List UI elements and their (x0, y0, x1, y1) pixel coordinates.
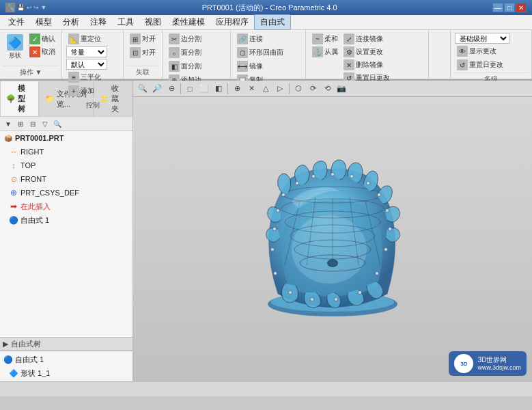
tree-csys[interactable]: ⊕ PRT_CSYS_DEF (0, 186, 132, 200)
surface-btn[interactable]: ⬡ 环形回曲面 (235, 46, 285, 59)
dui-kai2-btn[interactable]: ⊡ 对开 (128, 46, 158, 59)
tree-front[interactable]: ⊙ FRONT (0, 172, 132, 186)
default-select[interactable]: 默认 (66, 59, 107, 70)
front-label: FRONT (20, 175, 46, 183)
svg-point-27 (359, 291, 362, 295)
add-btn[interactable]: + 添加 (66, 85, 96, 97)
constant-select[interactable]: 常量 线性 (66, 46, 107, 57)
tree-settings-btn[interactable]: ▼ (3, 118, 14, 129)
set-change-btn[interactable]: ⚙ 设置更改 (341, 46, 392, 58)
soft-btn[interactable]: ~ 柔和 (310, 33, 340, 45)
tab-model-tree[interactable]: 🌳 模型树 (0, 81, 39, 116)
delete-mirror-btn[interactable]: ✕ 删除镜像 (341, 59, 392, 71)
cancel-btn[interactable]: ✕ 取消 (27, 46, 57, 58)
menu-tools[interactable]: 工具 (112, 15, 139, 29)
minimize-btn[interactable]: — (492, 3, 503, 12)
watermark: 3D 3D世界网 www.3dsjw.com (449, 351, 527, 376)
show-changes-btn[interactable]: 👁 显示更改 (455, 45, 499, 57)
shape-btn[interactable]: 🔷 形状 (4, 33, 26, 62)
edge-split-label: 边分割 (181, 34, 201, 44)
freeform1-label: 自由式 1 (20, 215, 49, 226)
connect-mirror-icon: ⤢ (344, 33, 354, 44)
svg-point-18 (312, 175, 316, 178)
svg-point-22 (378, 193, 381, 197)
confirm-btn[interactable]: ✓ 确认 (27, 33, 57, 45)
root-icon: 📦 (3, 133, 14, 144)
rotate-btn[interactable]: ⟳ (306, 83, 320, 95)
tree-right[interactable]: ↔ RIGHT (0, 145, 132, 159)
mirror-icon: ⟷ (237, 61, 248, 72)
show-changes-icon: 👁 (457, 46, 468, 57)
set-change-icon: ⚙ (344, 46, 354, 57)
freeform-tree-label: 自由式树 (11, 339, 41, 349)
shape-tree-icon: 🔷 (8, 368, 19, 379)
reset-changes-btn[interactable]: ↺ 重置日更改 (455, 59, 505, 71)
view-half-btn[interactable]: ◧ (212, 83, 225, 95)
symmetry-content: ~ 柔和 ⚓ 从属 ⤢ 连接镜像 ⚙ 设置更改 (309, 31, 425, 85)
freeform-tree-root[interactable]: 🔵 自由式 1 (0, 353, 132, 366)
attach-btn[interactable]: ⚓ 从属 (310, 46, 340, 58)
maximize-btn[interactable]: □ (504, 3, 515, 12)
view-box-btn[interactable]: □ (183, 83, 197, 95)
freeform-tree-divider[interactable]: ▶ 自由式树 (0, 337, 132, 351)
level-row: 基础级别 级别 1 级别 2 (455, 33, 509, 44)
face-btn[interactable]: △ (259, 83, 272, 95)
connect-mirror-label: 连接镜像 (356, 34, 383, 44)
freeform-tree-icon: 🔵 (3, 354, 14, 365)
viewport[interactable]: 🔍 🔎 ⊖ □ ⬜ ◧ ⊕ ✕ △ ▷ ⬡ ⟳ ⟲ 📷 (133, 81, 532, 381)
expand-arrow: ▶ (3, 340, 8, 348)
view-shaded-btn[interactable]: ⬜ (197, 83, 211, 95)
tree-freeform1[interactable]: 🔵 自由式 1 (0, 213, 132, 227)
level-select[interactable]: 基础级别 级别 1 级别 2 (455, 33, 509, 44)
freeform-icon: 🔵 (8, 215, 19, 226)
menu-view[interactable]: 视图 (139, 15, 167, 29)
svg-point-34 (277, 209, 280, 213)
zoom-out-btn[interactable]: 🔎 (150, 83, 164, 95)
freeform-tree-shape[interactable]: 🔷 形状 1_1 (0, 366, 132, 380)
tree-filter-btn[interactable]: ▽ (40, 118, 51, 129)
left-panel: 🌳 模型树 📁 文件夹浏览... ⭐ 收藏夹 ▼ ⊞ ⊟ ▽ 🔍 📦 (0, 81, 133, 381)
menu-analysis[interactable]: 分析 (57, 15, 85, 29)
tree-expand-btn[interactable]: ⊞ (15, 118, 26, 129)
flatten-label: 三平化 (81, 72, 101, 82)
mirror-btn[interactable]: ⟷ 镜像 (235, 60, 265, 72)
connect-btn[interactable]: 🔗 连接 (235, 33, 265, 45)
shape-tree-label: 形状 1_1 (20, 368, 50, 379)
camera-btn[interactable]: 📷 (335, 83, 348, 95)
tree-search-btn[interactable]: 🔍 (52, 118, 63, 129)
menu-annotation[interactable]: 注释 (85, 15, 112, 29)
connect-mirror-btn[interactable]: ⤢ 连接镜像 (341, 33, 392, 45)
ribbon-group-control: 📐 重定位 常量 线性 默认 ≡ 三平化 (62, 30, 124, 79)
watermark-logo: 3D (454, 354, 473, 373)
root-label: PRT0001.PRT (15, 134, 64, 142)
menu-freeform[interactable]: 自由式 (254, 14, 291, 30)
delete-mirror-icon: ✕ (344, 59, 354, 70)
edge-btn[interactable]: ✕ (244, 83, 258, 95)
mesh-btn[interactable]: ⬡ (292, 83, 305, 95)
menu-file[interactable]: 文件 (3, 15, 30, 29)
menu-apps[interactable]: 应用程序 (210, 15, 254, 29)
svg-point-19 (331, 173, 335, 176)
freeform-tree-root-label: 自由式 1 (15, 355, 44, 365)
close-btn[interactable]: ✕ (516, 3, 527, 12)
loop-btn[interactable]: ▷ (273, 83, 287, 95)
menu-model[interactable]: 模型 (30, 15, 57, 29)
tree-collapse-btn[interactable]: ⊟ (27, 118, 38, 129)
tree-root[interactable]: 📦 PRT0001.PRT (0, 131, 132, 145)
tree-insert-here[interactable]: ➡ 在此插入 (0, 200, 132, 213)
edge-split-btn[interactable]: ✂ 边分割 (167, 33, 204, 45)
reposition-btn[interactable]: 📐 重定位 (66, 33, 103, 45)
menu-flexible[interactable]: 柔性建模 (167, 15, 210, 29)
right-label: RIGHT (20, 148, 44, 156)
svg-point-16 (282, 193, 285, 197)
dui-kai-btn[interactable]: ⊞ 对开 (128, 33, 158, 45)
face-split-btn[interactable]: ⬦ 面分割 (167, 46, 204, 59)
vertex-btn[interactable]: ⊕ (230, 83, 244, 95)
zoom-fit-btn[interactable]: ⊖ (165, 83, 178, 95)
zoom-in-btn[interactable]: 🔍 (136, 83, 150, 95)
set-change-label: 设置更改 (356, 47, 383, 57)
tree-top[interactable]: ↕ TOP (0, 159, 132, 172)
reset-btn[interactable]: ⟲ (320, 83, 334, 95)
flatten-btn[interactable]: ≡ 三平化 (66, 71, 103, 83)
face-split2-btn[interactable]: ◧ 面分割 (167, 60, 204, 72)
